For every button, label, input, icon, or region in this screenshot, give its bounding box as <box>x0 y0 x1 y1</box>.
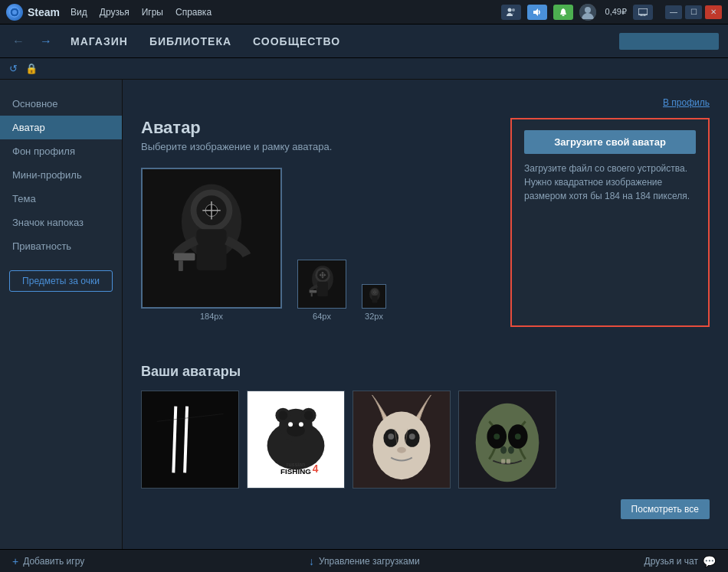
svg-point-64 <box>476 404 539 482</box>
svg-point-3 <box>512 8 515 11</box>
points-shop-button[interactable]: Предметы за очки <box>9 270 113 292</box>
sidebar-item-miniprofile[interactable]: Мини-профиль <box>0 163 122 187</box>
avatar-size-label-184: 184px <box>200 312 223 321</box>
minimize-button[interactable]: — <box>665 5 682 19</box>
maximize-button[interactable]: ☐ <box>685 5 702 19</box>
tab-library[interactable]: БИБЛИОТЕКА <box>143 32 238 51</box>
view-all-row: Посмотреть все <box>141 499 710 519</box>
avatar-art-medium <box>298 260 346 309</box>
svg-point-55 <box>373 412 431 480</box>
menu-friends[interactable]: Друзья <box>100 7 130 18</box>
avatar-gallery: russian FISHING 4 <box>141 391 710 489</box>
lock-icon: 🔒 <box>25 63 38 74</box>
gallery-item-4[interactable] <box>458 391 556 489</box>
avatar-art-small <box>362 285 386 309</box>
upload-box: Загрузите свой аватар Загрузите файл со … <box>510 118 710 327</box>
svg-text:4: 4 <box>313 463 319 475</box>
svg-point-69 <box>500 446 507 454</box>
downloads-label: Управление загрузками <box>319 556 420 567</box>
notification-icon-btn[interactable] <box>553 5 573 20</box>
menu-bar: Вид Друзья Игры Справка <box>71 7 501 18</box>
avatar-preview-small: 32px <box>362 284 386 321</box>
main-layout: Основное Аватар Фон профиля Мини-профиль… <box>0 80 728 549</box>
gallery-item-2[interactable]: russian FISHING 4 <box>247 391 345 489</box>
titlebar-right: 0,49₽ — ☐ ✕ <box>501 4 722 21</box>
svg-point-7 <box>585 7 591 13</box>
svg-rect-16 <box>196 229 226 270</box>
svg-point-50 <box>299 422 303 427</box>
svg-text:FISHING: FISHING <box>280 467 311 476</box>
search-input[interactable] <box>619 33 719 50</box>
svg-rect-27 <box>317 282 328 296</box>
forward-button[interactable]: → <box>37 31 55 51</box>
avatar-art-large <box>143 168 280 309</box>
svg-rect-72 <box>507 459 510 464</box>
svg-point-49 <box>288 422 293 427</box>
avatar-image-32 <box>362 284 386 309</box>
add-game-icon: + <box>12 555 18 567</box>
add-game-label: Добавить игру <box>23 556 84 567</box>
gallery-item-3[interactable] <box>353 391 451 489</box>
menu-games[interactable]: Игры <box>142 7 163 18</box>
window-controls: — ☐ ✕ <box>665 5 722 19</box>
top-left: Аватар Выберите изображение и рамку ават… <box>141 118 495 342</box>
friends-chat-icon: 💬 <box>703 555 716 567</box>
gallery-section: Ваши аватары <box>141 364 710 519</box>
footer-friends-chat[interactable]: Друзья и чат 💬 <box>644 555 716 567</box>
svg-rect-18 <box>179 260 183 271</box>
menu-help[interactable]: Справка <box>175 7 212 18</box>
footer: + Добавить игру ↓ Управление загрузками … <box>0 549 728 572</box>
svg-point-47 <box>304 411 313 420</box>
svg-point-67 <box>494 433 500 440</box>
sidebar-item-theme[interactable]: Тема <box>0 187 122 211</box>
menu-view[interactable]: Вид <box>71 7 87 18</box>
svg-point-58 <box>388 433 394 440</box>
avatar-image-64 <box>297 260 346 309</box>
user-balance: 0,49₽ <box>605 7 627 17</box>
sidebar-item-badge[interactable]: Значок напоказ <box>0 211 122 234</box>
sidebar: Основное Аватар Фон профиля Мини-профиль… <box>0 80 123 549</box>
gallery-item-1[interactable] <box>141 391 239 489</box>
svg-point-1 <box>12 10 17 15</box>
svg-rect-71 <box>501 459 505 464</box>
svg-rect-36 <box>372 296 378 303</box>
avatar-preview-medium: 64px <box>297 260 346 321</box>
view-all-button[interactable]: Посмотреть все <box>621 499 710 519</box>
footer-add-game[interactable]: + Добавить игру <box>12 555 84 567</box>
svg-rect-17 <box>174 253 195 261</box>
svg-rect-28 <box>310 290 317 293</box>
monitor-icon-btn[interactable] <box>633 5 653 20</box>
secondbar: ↺ 🔒 <box>0 58 728 80</box>
section-title: Аватар <box>141 118 495 138</box>
tab-store[interactable]: МАГАЗИН <box>64 32 134 51</box>
tab-community[interactable]: СООБЩЕСТВО <box>247 32 346 51</box>
profile-link[interactable]: В профиль <box>663 97 710 108</box>
sidebar-item-bg[interactable]: Фон профиля <box>0 139 122 163</box>
speaker-icon-btn[interactable] <box>527 5 547 20</box>
gallery-title: Ваши аватары <box>141 364 710 380</box>
svg-rect-8 <box>638 8 648 15</box>
sidebar-item-privacy[interactable]: Приватность <box>0 234 122 258</box>
avatar-preview-large: 184px <box>141 168 282 321</box>
avatar-size-label-64: 64px <box>313 312 331 321</box>
friends-icon-btn[interactable] <box>501 5 521 20</box>
sidebar-item-basic[interactable]: Основное <box>0 92 122 116</box>
footer-downloads[interactable]: ↓ Управление загрузками <box>309 555 420 567</box>
upload-avatar-button[interactable]: Загрузите свой аватар <box>524 130 696 154</box>
svg-rect-37 <box>142 391 238 488</box>
friends-chat-label: Друзья и чат <box>644 556 698 567</box>
svg-rect-5 <box>562 15 564 16</box>
section-subtitle: Выберите изображение и рамку аватара. <box>141 141 495 152</box>
top-section: Аватар Выберите изображение и рамку ават… <box>141 118 710 342</box>
svg-point-59 <box>409 433 415 440</box>
user-avatar-btn[interactable] <box>579 4 596 21</box>
close-button[interactable]: ✕ <box>705 5 722 19</box>
svg-point-46 <box>278 411 287 420</box>
navbar: ← → МАГАЗИН БИБЛИОТЕКА СООБЩЕСТВО <box>0 25 728 58</box>
steam-title: Steam <box>28 6 60 18</box>
avatar-preview-row: 184px <box>141 168 495 321</box>
back-button[interactable]: ← <box>9 31 28 51</box>
titlebar: Steam Вид Друзья Игры Справка <box>0 0 728 25</box>
sidebar-item-avatar[interactable]: Аватар <box>0 116 122 139</box>
refresh-icon[interactable]: ↺ <box>9 63 18 74</box>
